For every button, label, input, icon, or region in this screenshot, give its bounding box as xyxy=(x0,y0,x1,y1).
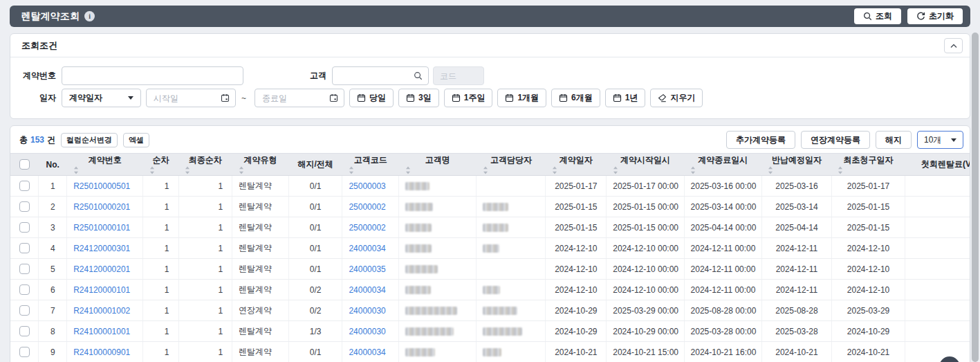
column-header-start_datetime[interactable]: 계약시작일시 xyxy=(607,154,684,176)
clear-date-button[interactable]: 지우기 xyxy=(650,89,703,107)
cell-contract_type: 렌탈계약 xyxy=(232,321,289,342)
sort-icon[interactable] xyxy=(552,166,557,174)
row-checkbox[interactable] xyxy=(19,347,30,357)
contract_no-link[interactable]: R25010000101 xyxy=(73,223,130,233)
customer_code-link[interactable]: 24000034 xyxy=(349,244,385,253)
calendar-icon xyxy=(406,93,415,102)
column-header-return_due_date[interactable]: 반납예정일자 xyxy=(761,154,831,176)
quick-range-button[interactable]: 6개월 xyxy=(551,89,600,107)
sort-icon[interactable] xyxy=(349,166,354,174)
collapse-panel-button[interactable] xyxy=(944,38,963,53)
date-type-select[interactable]: 계약일자 xyxy=(62,89,141,107)
extend-contract-button[interactable]: 연장계약등록 xyxy=(801,131,870,149)
row-checkbox[interactable] xyxy=(19,284,30,295)
sort-icon[interactable] xyxy=(185,166,190,174)
cell-seq: 1 xyxy=(143,197,178,217)
column-header-contract_type[interactable]: 계약유형 xyxy=(232,154,289,176)
contract_no-link[interactable]: R24100001002 xyxy=(73,306,130,316)
customer_code-link[interactable]: 25000002 xyxy=(349,202,385,212)
customer_code-link[interactable]: 24000034 xyxy=(349,347,385,357)
excel-button[interactable]: 엑셀 xyxy=(123,133,149,147)
sort-icon[interactable] xyxy=(405,166,411,174)
contract_no-link[interactable]: R24120000301 xyxy=(73,244,130,253)
column-header-last_seq[interactable]: 최종순차 xyxy=(178,154,232,176)
start-date-input[interactable] xyxy=(152,93,218,104)
row-checkbox[interactable] xyxy=(19,243,30,253)
sort-icon[interactable] xyxy=(73,166,79,174)
customer_code-link[interactable]: 24000035 xyxy=(349,264,385,274)
sort-icon[interactable] xyxy=(838,166,843,174)
column-order-button[interactable]: 컬럼순서변경 xyxy=(61,133,118,147)
contract-no-input[interactable] xyxy=(62,66,243,85)
contract_no-link[interactable]: R25010000201 xyxy=(73,202,130,212)
sort-icon[interactable] xyxy=(690,166,696,174)
add-contract-button[interactable]: 추가계약등록 xyxy=(726,131,795,149)
search-button[interactable]: 조회 xyxy=(854,8,901,24)
masked-text xyxy=(405,327,454,336)
quick-range-button[interactable]: 3일 xyxy=(398,89,439,107)
cell-start_datetime: 2025-01-17 00:00 xyxy=(607,176,684,197)
row-checkbox[interactable] xyxy=(19,181,30,191)
column-header-contract_no[interactable]: 계약번호 xyxy=(67,154,143,176)
sort-icon[interactable] xyxy=(149,166,155,174)
calendar-icon xyxy=(613,93,622,102)
row-checkbox[interactable] xyxy=(19,305,30,316)
masked-text xyxy=(405,265,438,273)
info-icon[interactable]: i xyxy=(84,11,95,21)
column-header-end_datetime[interactable]: 계약종료일시 xyxy=(684,154,761,176)
contract_no-link[interactable]: R25010000501 xyxy=(73,181,130,191)
calendar-icon[interactable] xyxy=(329,93,338,102)
contract_no-link[interactable]: R24120000201 xyxy=(73,264,130,274)
contract_no-link[interactable]: R24100001001 xyxy=(73,327,130,336)
page-size-select[interactable]: 10개 xyxy=(917,131,963,149)
customer-input[interactable] xyxy=(338,71,411,82)
cell-return_due_date: 2025-03-28 xyxy=(761,321,831,342)
quick-range-button-label: 1개월 xyxy=(517,92,539,104)
customer_code-link[interactable]: 25000002 xyxy=(349,223,385,233)
row-checkbox[interactable] xyxy=(19,201,30,212)
sort-icon[interactable] xyxy=(613,166,618,174)
column-header-seq[interactable]: 순차 xyxy=(143,154,178,176)
cell-contract_date: 2025-01-15 xyxy=(546,217,607,238)
column-header-contract_date[interactable]: 계약일자 xyxy=(546,154,607,176)
quick-range-button[interactable]: 1개월 xyxy=(497,89,546,107)
masked-text xyxy=(405,286,431,294)
row-checkbox[interactable] xyxy=(19,326,30,336)
sort-icon[interactable] xyxy=(768,166,773,174)
cell-customer_code: 24000034 xyxy=(342,342,399,362)
row-checkbox[interactable] xyxy=(19,264,30,274)
sort-icon[interactable] xyxy=(239,166,244,174)
select-all-checkbox[interactable] xyxy=(19,159,30,170)
cell-return_due_date: 2025-08-28 xyxy=(761,300,831,321)
vertical-scrollbar[interactable] xyxy=(970,0,980,362)
end-date-input[interactable] xyxy=(261,93,326,104)
terminate-button[interactable]: 해지 xyxy=(876,131,912,149)
customer_code-link[interactable]: 24000034 xyxy=(349,285,385,295)
sort-icon[interactable] xyxy=(483,166,488,174)
quick-range-button[interactable]: 1년 xyxy=(605,89,646,107)
contract_no-link[interactable]: R24100000901 xyxy=(73,347,130,357)
column-header-first_billing_date[interactable]: 최초청구일자 xyxy=(831,154,905,176)
quick-range-button-label: 6개월 xyxy=(571,92,593,104)
cell-last_seq: 1 xyxy=(178,321,232,342)
column-header-customer_code[interactable]: 고객코드 xyxy=(342,154,399,176)
customer_code-link[interactable]: 24000030 xyxy=(349,306,385,316)
column-header-customer_name[interactable]: 고객명 xyxy=(399,154,477,176)
cell-customer_manager xyxy=(477,217,546,238)
quick-range-button[interactable]: 1주일 xyxy=(444,89,493,107)
caret-down-icon xyxy=(951,138,956,142)
column-header-customer_manager[interactable]: 고객담당자 xyxy=(477,154,546,176)
cell-start_datetime: 2024-12-10 00:00 xyxy=(607,259,684,280)
customer_code-link[interactable]: 25000003 xyxy=(349,181,385,191)
cell-customer_code: 24000030 xyxy=(342,321,399,342)
contract_no-link[interactable]: R24120000101 xyxy=(73,285,130,295)
row-checkbox[interactable] xyxy=(19,222,30,233)
scrollbar-thumb[interactable] xyxy=(972,33,979,362)
quick-range-button-label: 1주일 xyxy=(464,92,486,104)
search-icon[interactable] xyxy=(414,71,423,80)
customer_code-link[interactable]: 24000030 xyxy=(349,327,385,336)
quick-range-button[interactable]: 당일 xyxy=(349,89,394,107)
calendar-icon[interactable] xyxy=(221,93,230,102)
cell-contract_type: 렌탈계약 xyxy=(232,280,289,300)
reset-button[interactable]: 초기화 xyxy=(907,8,963,24)
